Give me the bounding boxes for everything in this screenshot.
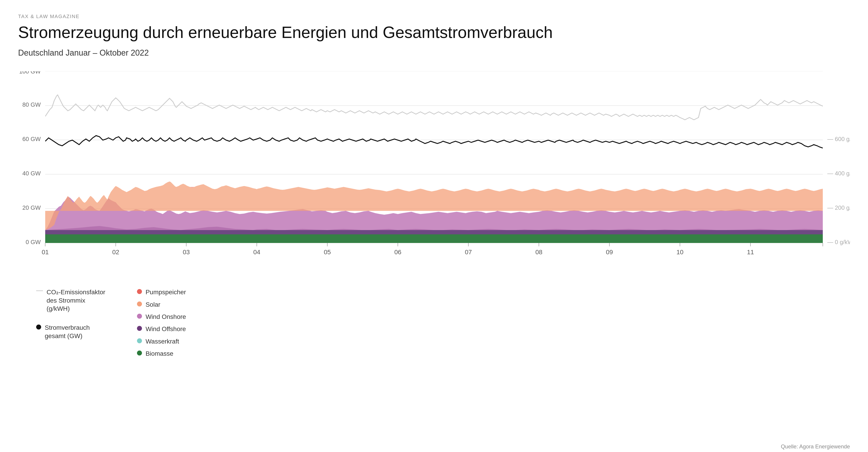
legend-item-wasserkraft: Wasserkraft bbox=[137, 337, 186, 346]
legend-item-pumpspeicher: Pumpspeicher bbox=[137, 288, 186, 296]
page-container: TAX & LAW MAGAZINE Stromerzeugung durch … bbox=[0, 0, 868, 452]
main-chart: 0 GW 20 GW 40 GW 60 GW 80 GW 100 GW — 0 … bbox=[18, 71, 850, 275]
svg-text:05: 05 bbox=[324, 249, 331, 256]
legend-item-verbrauch: Stromverbrauchgesamt (GW) bbox=[36, 324, 105, 340]
svg-text:01: 01 bbox=[41, 249, 49, 256]
svg-text:07: 07 bbox=[465, 249, 472, 256]
solar-legend-icon bbox=[137, 301, 142, 306]
legend-item-solar: Solar bbox=[137, 300, 186, 309]
svg-text:— 600 g/kWH: — 600 g/kWH bbox=[827, 136, 850, 142]
svg-text:08: 08 bbox=[535, 249, 542, 256]
svg-text:0 GW: 0 GW bbox=[26, 239, 41, 246]
legend-label-co2: CO₂-Emissionsfaktordes Strommix(g/kWH) bbox=[46, 288, 105, 313]
legend-label-verbrauch: Stromverbrauchgesamt (GW) bbox=[45, 324, 90, 340]
svg-text:04: 04 bbox=[253, 249, 260, 256]
main-title: Stromerzeugung durch erneuerbare Energie… bbox=[18, 24, 850, 41]
svg-text:80 GW: 80 GW bbox=[22, 101, 41, 108]
source-label: Quelle: Agora Energiewende bbox=[781, 444, 850, 450]
magazine-label: TAX & LAW MAGAZINE bbox=[18, 13, 850, 20]
legend-label-pumpspeicher: Pumpspeicher bbox=[146, 288, 186, 296]
svg-text:09: 09 bbox=[606, 249, 613, 256]
svg-marker-40 bbox=[45, 234, 823, 243]
legend-col-1: CO₂-Emissionsfaktordes Strommix(g/kWH) S… bbox=[36, 288, 105, 358]
legend-item-wind-onshore: Wind Onshore bbox=[137, 313, 186, 321]
wind-onshore-legend-icon bbox=[137, 314, 142, 319]
svg-text:03: 03 bbox=[183, 249, 190, 256]
legend-label-solar: Solar bbox=[146, 300, 160, 309]
pumpspeicher-legend-icon bbox=[137, 289, 142, 294]
legend-label-wasserkraft: Wasserkraft bbox=[146, 337, 179, 346]
wasserkraft-legend-icon bbox=[137, 338, 142, 343]
svg-text:— 400 g/kWH: — 400 g/kWH bbox=[827, 170, 850, 177]
svg-text:02: 02 bbox=[112, 249, 119, 256]
chart-area: 0 GW 20 GW 40 GW 60 GW 80 GW 100 GW — 0 … bbox=[18, 71, 850, 275]
legend-item-wind-offshore: Wind Offshore bbox=[137, 325, 186, 333]
legend-label-wind-onshore: Wind Onshore bbox=[146, 313, 186, 321]
legend-label-biomasse: Biomasse bbox=[146, 350, 174, 358]
svg-text:— 200 g/kWH: — 200 g/kWH bbox=[827, 204, 850, 211]
subtitle: Deutschland Januar – Oktober 2022 bbox=[18, 48, 850, 58]
co2-legend-icon bbox=[36, 290, 43, 291]
svg-text:40 GW: 40 GW bbox=[22, 170, 41, 177]
legend-col-2: Pumpspeicher Solar Wind Onshore Wind Off… bbox=[137, 288, 186, 358]
legend-label-wind-offshore: Wind Offshore bbox=[146, 325, 186, 333]
legend-item-co2: CO₂-Emissionsfaktordes Strommix(g/kWH) bbox=[36, 288, 105, 313]
svg-text:11: 11 bbox=[747, 249, 754, 256]
legend-item-biomasse: Biomasse bbox=[137, 350, 186, 358]
svg-text:10: 10 bbox=[676, 249, 683, 256]
svg-text:20 GW: 20 GW bbox=[22, 204, 41, 211]
svg-text:100 GW: 100 GW bbox=[19, 71, 41, 75]
biomasse-legend-icon bbox=[137, 351, 142, 355]
verbrauch-legend-icon bbox=[36, 325, 41, 329]
svg-text:— 0 g/kWH: — 0 g/kWH bbox=[827, 239, 850, 246]
legend-area: CO₂-Emissionsfaktordes Strommix(g/kWH) S… bbox=[18, 288, 850, 358]
svg-text:06: 06 bbox=[394, 249, 401, 256]
svg-text:60 GW: 60 GW bbox=[22, 136, 41, 142]
wind-offshore-legend-icon bbox=[137, 326, 142, 331]
